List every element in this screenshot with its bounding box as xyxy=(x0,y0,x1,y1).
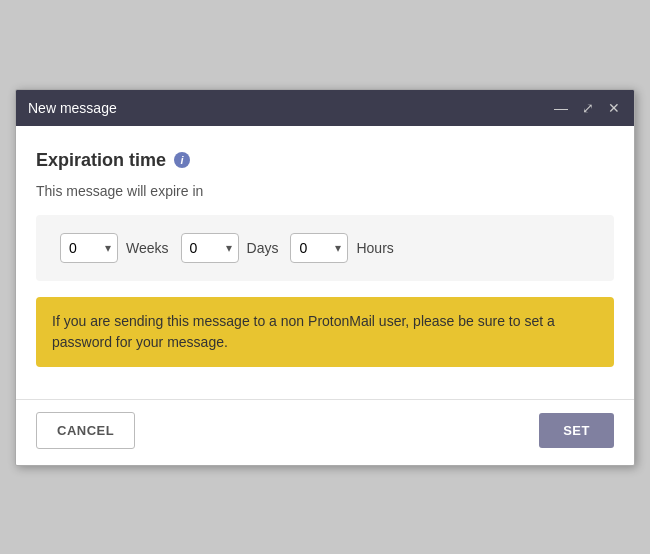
hours-select[interactable]: 0 1 2 3 4 5 6 7 8 xyxy=(290,233,348,263)
info-icon[interactable]: i xyxy=(174,152,190,168)
days-group: 0 1 2 3 4 5 6 Days xyxy=(181,233,279,263)
section-title-row: Expiration time i xyxy=(36,150,614,171)
dialog: New message — ⤢ ✕ Expiration time i This… xyxy=(15,89,635,466)
dialog-title: New message xyxy=(28,100,117,116)
weeks-label: Weeks xyxy=(126,240,169,256)
maximize-button[interactable]: ⤢ xyxy=(580,99,596,117)
subtitle-text: This message will expire in xyxy=(36,183,614,199)
hours-group: 0 1 2 3 4 5 6 7 8 Hours xyxy=(290,233,393,263)
days-select[interactable]: 0 1 2 3 4 5 6 xyxy=(181,233,239,263)
days-select-wrapper[interactable]: 0 1 2 3 4 5 6 xyxy=(181,233,239,263)
minimize-button[interactable]: — xyxy=(552,99,570,117)
warning-text: If you are sending this message to a non… xyxy=(52,313,555,350)
hours-select-wrapper[interactable]: 0 1 2 3 4 5 6 7 8 xyxy=(290,233,348,263)
title-bar: New message — ⤢ ✕ xyxy=(16,90,634,126)
weeks-select-wrapper[interactable]: 0 1 2 3 4 xyxy=(60,233,118,263)
time-selector-row: 0 1 2 3 4 Weeks 0 1 2 3 xyxy=(36,215,614,281)
close-button[interactable]: ✕ xyxy=(606,99,622,117)
weeks-select[interactable]: 0 1 2 3 4 xyxy=(60,233,118,263)
title-bar-controls: — ⤢ ✕ xyxy=(552,99,622,117)
warning-box: If you are sending this message to a non… xyxy=(36,297,614,367)
section-title-text: Expiration time xyxy=(36,150,166,171)
cancel-button[interactable]: CANCEL xyxy=(36,412,135,449)
days-label: Days xyxy=(247,240,279,256)
dialog-footer: CANCEL SET xyxy=(16,399,634,465)
weeks-group: 0 1 2 3 4 Weeks xyxy=(60,233,169,263)
hours-label: Hours xyxy=(356,240,393,256)
set-button[interactable]: SET xyxy=(539,413,614,448)
dialog-body: Expiration time i This message will expi… xyxy=(16,126,634,391)
